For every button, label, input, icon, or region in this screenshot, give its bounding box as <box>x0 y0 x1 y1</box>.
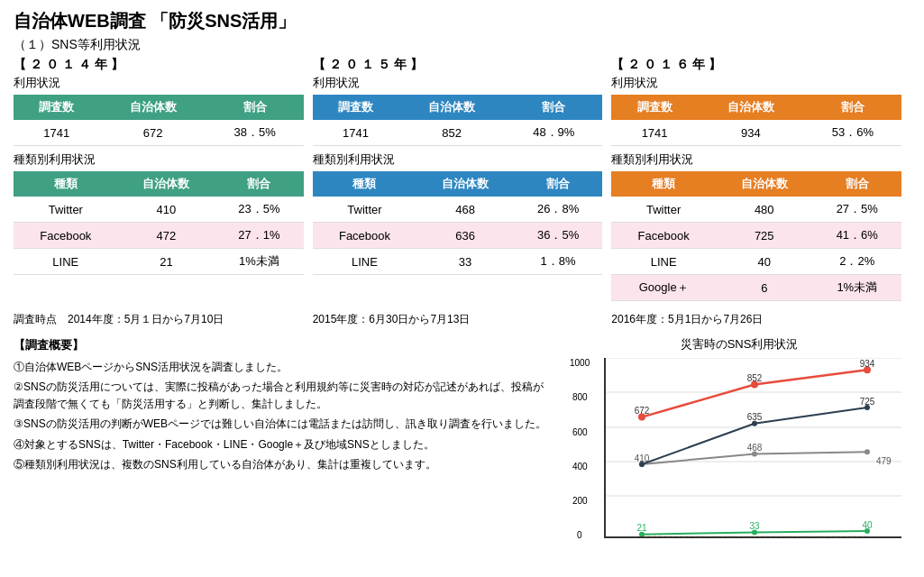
year-block-2015: 【２０１５年】 利用状況 調査数 自治体数 割合 1741 852 48．9% … <box>313 57 612 307</box>
year-label-2015: 【２０１５年】 <box>313 57 603 73</box>
svg-point-13 <box>865 449 870 454</box>
year-block-2016: 【２０１６年】 利用状況 調査数 自治体数 割合 1741 934 53．6% … <box>611 57 910 307</box>
chosa-2015: 2015年度：6月30日から7月13日 <box>313 312 612 327</box>
riyou-2015: 利用状況 <box>313 75 603 91</box>
svg-text:635: 635 <box>747 412 763 422</box>
sub-table-2014: 種類 自治体数 割合 Twitter 410 23．5% Facebook 47… <box>14 171 304 275</box>
year-label-2016: 【２０１６年】 <box>611 57 901 73</box>
gaiyou-item-1: ①自治体WEBページからSNS活用状況を調査しました。 <box>14 359 550 376</box>
svg-text:934: 934 <box>860 359 875 369</box>
gaiyou-block: 【調査概要】 ①自治体WEBページからSNS活用状況を調査しました。 ②SNSの… <box>14 336 550 577</box>
sub-table-2015: 種類 自治体数 割合 Twitter 468 26．8% Facebook 63… <box>313 171 603 275</box>
shurui-2016: 種類別利用状況 <box>611 151 901 168</box>
table-row: Twitter 468 26．8% <box>313 197 603 223</box>
year-block-2014: 【２０１４年】 利用状況 調査数 自治体数 割合 1741 672 38．5% … <box>14 57 313 307</box>
col-wariai-2014: 割合 <box>206 95 304 120</box>
section1-title: （１）SNS等利用状況 <box>14 37 910 53</box>
main-table-2016: 調査数 自治体数 割合 1741 934 53．6% <box>611 95 901 146</box>
year-row: 【２０１４年】 利用状況 調査数 自治体数 割合 1741 672 38．5% … <box>14 57 910 307</box>
year-label-2014: 【２０１４年】 <box>14 57 304 73</box>
sub-table-2016: 種類 自治体数 割合 Twitter 480 27．5% Facebook 72… <box>611 171 901 301</box>
shurui-2014: 種類別利用状況 <box>14 151 304 168</box>
table-row: 1741 852 48．9% <box>313 120 603 146</box>
table-row: LINE 40 2．2% <box>611 249 901 275</box>
table-row: Facebook 636 36．5% <box>313 223 603 249</box>
chart-svg: 672 852 934 410 468 479 635 725 <box>604 358 901 538</box>
table-row: Twitter 480 27．5% <box>611 197 901 223</box>
chart-block: 災害時のSNS利用状況 1000 800 600 400 200 0 <box>568 336 910 577</box>
chosa-dates: 調査時点 2014年度：5月１日から7月10日 2015年度：6月30日から7月… <box>14 312 910 327</box>
gaiyou-item-2: ②SNSの防災活用については、実際に投稿があった場合と利用規約等に災害時の対応が… <box>14 379 550 413</box>
svg-text:21: 21 <box>636 523 647 533</box>
svg-text:725: 725 <box>860 397 875 407</box>
table-row: 1741 934 53．6% <box>611 120 901 146</box>
gaiyou-item-5: ⑤種類別利用状況は、複数のSNS利用している自治体があり、集計は重複しています。 <box>14 456 550 473</box>
svg-point-17 <box>639 462 645 467</box>
bottom-section: 【調査概要】 ①自治体WEBページからSNS活用状況を調査しました。 ②SNSの… <box>14 336 910 577</box>
chosa-2014: 調査時点 2014年度：5月１日から7月10日 <box>14 312 313 327</box>
main-table-2014: 調査数 自治体数 割合 1741 672 38．5% <box>14 95 304 146</box>
svg-text:672: 672 <box>635 406 650 416</box>
table-row: Twitter 410 23．5% <box>14 197 304 223</box>
gaiyou-title: 【調査概要】 <box>14 336 550 355</box>
svg-text:33: 33 <box>749 521 760 531</box>
table-row: Facebook 725 41．6% <box>611 223 901 249</box>
col-jichitai-2014: 自治体数 <box>100 95 206 120</box>
table-row: LINE 21 1%未満 <box>14 249 304 275</box>
main-table-2015: 調査数 自治体数 割合 1741 852 48．9% <box>313 95 603 146</box>
svg-text:852: 852 <box>747 373 763 383</box>
chart-title: 災害時のSNS利用状況 <box>568 336 910 353</box>
chosa-2016: 2016年度：5月1日から7月26日 <box>611 312 910 327</box>
svg-text:40: 40 <box>862 520 873 530</box>
gaiyou-item-4: ④対象とするSNSは、Twitter・Facebook・LINE・Google＋… <box>14 436 550 453</box>
col-chosa-2014: 調査数 <box>14 95 100 120</box>
table-row: Facebook 472 27．1% <box>14 223 304 249</box>
riyou-2016: 利用状況 <box>611 75 901 91</box>
table-row: 1741 672 38．5% <box>14 120 304 146</box>
shurui-2015: 種類別利用状況 <box>313 151 603 168</box>
gaiyou-item-3: ③SNSの防災活用の判断がWEBページでは難しい自治体には電話または訪問し、訊き… <box>14 416 550 433</box>
svg-text:479: 479 <box>876 456 892 466</box>
table-row: Google＋ 6 1%未満 <box>611 275 901 301</box>
table-row: LINE 33 1．8% <box>313 249 603 275</box>
riyou-2014: 利用状況 <box>14 75 304 91</box>
main-title: 自治体WEB調査 「防災SNS活用」 <box>14 9 910 33</box>
svg-text:468: 468 <box>747 443 763 453</box>
